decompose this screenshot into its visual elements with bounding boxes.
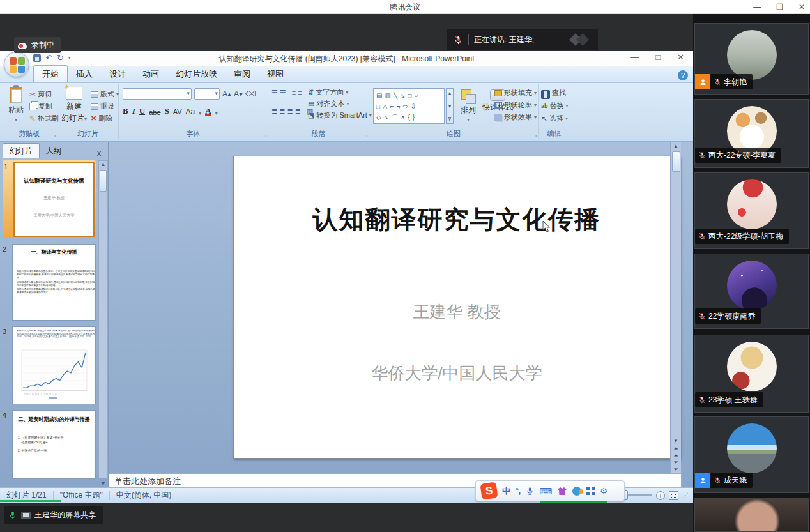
ppt-close-button[interactable]: ✕ [677, 52, 684, 62]
sogou-logo-icon[interactable]: S [480, 482, 498, 499]
slide-thumbnail-1[interactable]: 1 认知翻译研究与文化传播 王建华 教授 华侨大学/中国人民大学 [3, 160, 96, 238]
previous-slide-button[interactable]: ⏶⏶ [673, 445, 678, 459]
cut-button[interactable]: ✂剪切 [29, 89, 59, 99]
replace-button[interactable]: ab替换▾ [541, 101, 569, 110]
editor-scrollbar[interactable]: ▲ ▼ ⏶⏶ ⏷⏷ [670, 142, 681, 473]
participant-name: 西大-22级学硕-胡玉梅 [708, 231, 783, 242]
participant-tile[interactable]: 西大-22专硕-李夏夏 [694, 99, 809, 168]
qat-dropdown-icon[interactable]: ▾ [68, 55, 71, 61]
language-indicator[interactable]: 中文(简体, 中国) [110, 490, 178, 501]
clear-formatting-button[interactable]: ⌫ [245, 89, 256, 98]
select-button[interactable]: ↖选择▾ [541, 114, 569, 123]
slide-thumbnail-2[interactable]: 2 一、翻译与文化传播 有效的文化传播需要高质量的翻译。任何文化只有有质量地翻译… [3, 244, 96, 321]
minimize-button[interactable]: — [753, 3, 761, 11]
slide-title[interactable]: 认知翻译研究与文化传播 [234, 202, 680, 237]
slide-number: 2 [3, 244, 10, 321]
find-button[interactable]: 查找 [541, 88, 569, 98]
drawing-dialog-launcher[interactable]: ⌟ [534, 132, 537, 138]
participant-tile[interactable]: 23学硕 王轶群 [694, 335, 809, 413]
pane-close-button[interactable]: X [93, 149, 105, 158]
save-icon[interactable] [33, 54, 41, 62]
copy-button[interactable]: 复制 [29, 102, 59, 111]
ime-punctuation-icon[interactable]: °, [516, 487, 521, 496]
scroll-down-icon[interactable]: ▼ [673, 437, 678, 445]
tab-slides-pane[interactable]: 幻灯片 [3, 143, 40, 158]
paragraph-dialog-launcher[interactable]: ⌟ [365, 132, 367, 138]
font-size-select[interactable] [194, 88, 220, 100]
ppt-minimize-button[interactable]: — [630, 52, 639, 62]
slide-author[interactable]: 王建华 教授 [234, 301, 680, 323]
ime-chinese-mode-icon[interactable]: 中 [502, 485, 510, 497]
bold-button[interactable]: B [123, 106, 128, 116]
tab-outline-pane[interactable]: 大纲 [40, 144, 68, 158]
zoom-in-button[interactable]: + [656, 491, 665, 500]
ime-voice-icon[interactable] [526, 486, 534, 496]
text-direction-button[interactable]: ⇵文字方向▾ [308, 87, 372, 97]
scrollbar-thumb[interactable] [100, 170, 107, 192]
shape-effects-button[interactable]: 形状效果▾ [494, 112, 537, 122]
shapes-gallery-scroll[interactable]: ▴▾⊽ [446, 88, 454, 124]
strikethrough-button[interactable]: abe [149, 109, 160, 116]
shrink-font-button[interactable]: A▾ [234, 89, 243, 98]
recording-badge[interactable]: 录制中 [14, 37, 61, 53]
underline-button[interactable]: U [139, 106, 145, 116]
undo-icon[interactable]: ↶ [45, 53, 52, 63]
tab-design[interactable]: 设计 [101, 66, 134, 82]
scrollbar-thumb[interactable] [672, 151, 680, 172]
help-button[interactable]: ? [678, 70, 688, 80]
thumbnail-scroll-down-icon[interactable]: ▼ [100, 480, 106, 487]
tab-view[interactable]: 视图 [259, 66, 292, 82]
tab-review[interactable]: 审阅 [225, 66, 259, 82]
fit-to-window-button[interactable] [669, 491, 678, 500]
change-case-button[interactable]: Aa [186, 107, 195, 116]
slide-thumbnail-4[interactable]: 4 二、延安时期成功的外译与传播 1. 《红星照耀中国》斯诺-吴光平 伦敦销量2… [3, 410, 96, 479]
reset-button[interactable]: 重设 [91, 102, 119, 111]
slide-affiliation[interactable]: 华侨大学/中国人民大学 [234, 362, 680, 384]
ime-skin-icon[interactable] [557, 487, 567, 496]
restore-button[interactable]: ❐ [776, 3, 783, 11]
participant-tile-partial[interactable] [694, 498, 809, 532]
redo-icon[interactable]: ↻ [57, 53, 64, 63]
ppt-maximize-button[interactable]: □ [655, 52, 661, 62]
ime-toolbox-icon[interactable] [586, 487, 595, 495]
tab-animation[interactable]: 动画 [134, 66, 167, 82]
slide-canvas[interactable]: 认知翻译研究与文化传播 王建华 教授 华侨大学/中国人民大学 [233, 156, 680, 459]
tab-slideshow[interactable]: 幻灯片放映 [167, 66, 225, 82]
paste-button[interactable]: 粘贴 ▾ [4, 87, 28, 123]
format-painter-button[interactable]: ✎格式刷 [29, 114, 59, 123]
participant-tile[interactable]: 22学硕康露乔 [694, 254, 809, 329]
tab-home[interactable]: 开始 [33, 65, 68, 82]
shape-fill-button[interactable]: 形状填充▾ [494, 88, 537, 98]
office-button[interactable] [4, 52, 29, 77]
thumbnail-scrollbar[interactable]: ▲ [98, 160, 108, 478]
next-slide-button[interactable]: ⏷⏷ [673, 459, 678, 473]
clipboard-dialog-launcher[interactable]: ⌟ [53, 132, 56, 138]
smartart-button[interactable]: ⬔转换为 SmartArt▾ [308, 110, 372, 120]
new-slide-button[interactable]: 新建 幻灯片▾ [60, 87, 88, 124]
align-text-button[interactable]: ▤对齐文本▾ [308, 99, 372, 109]
font-color-button[interactable]: A [205, 107, 211, 116]
shape-outline-button[interactable]: 形状轮廓▾ [494, 100, 537, 110]
participant-tile[interactable]: 成天娥 [694, 416, 809, 493]
participant-tile[interactable]: 西大-22级学硕-胡玉梅 [694, 172, 809, 249]
shapes-gallery[interactable]: ▤▥╲↘□○ □△⌐¬⇨⇩ ◇∿⌒∧{} [373, 88, 445, 124]
grow-font-button[interactable]: A▴ [222, 89, 231, 98]
delete-slide-button[interactable]: ✕删除 [91, 114, 119, 123]
character-spacing-button[interactable]: AV [173, 108, 182, 116]
layout-button[interactable]: 版式▾ [91, 89, 119, 99]
slide-thumbnail-3[interactable]: 3 本研究以“文化外译”“中国文化外译”“外译”为主题词,在CNKI(中国知网)… [3, 326, 96, 404]
participant-tile[interactable]: 李朝艳 [694, 23, 809, 95]
scroll-up-icon[interactable]: ▲ [101, 161, 106, 169]
italic-button[interactable]: I [132, 106, 135, 116]
font-name-select[interactable] [123, 88, 192, 100]
close-button[interactable]: ✕ [799, 3, 805, 11]
share-label: 王建华的屏幕共享 [34, 510, 96, 521]
arrange-button[interactable]: 排列▾ [457, 89, 479, 123]
tab-insert[interactable]: 插入 [68, 66, 101, 82]
scroll-up-icon[interactable]: ▲ [673, 142, 678, 150]
ime-emoji-icon[interactable] [572, 487, 581, 496]
font-dialog-launcher[interactable]: ⌟ [264, 132, 266, 138]
ime-keyboard-icon[interactable]: ⌨ [539, 486, 552, 496]
ime-settings-icon[interactable]: ⚙ [600, 486, 608, 496]
text-shadow-button[interactable]: S [164, 106, 169, 116]
